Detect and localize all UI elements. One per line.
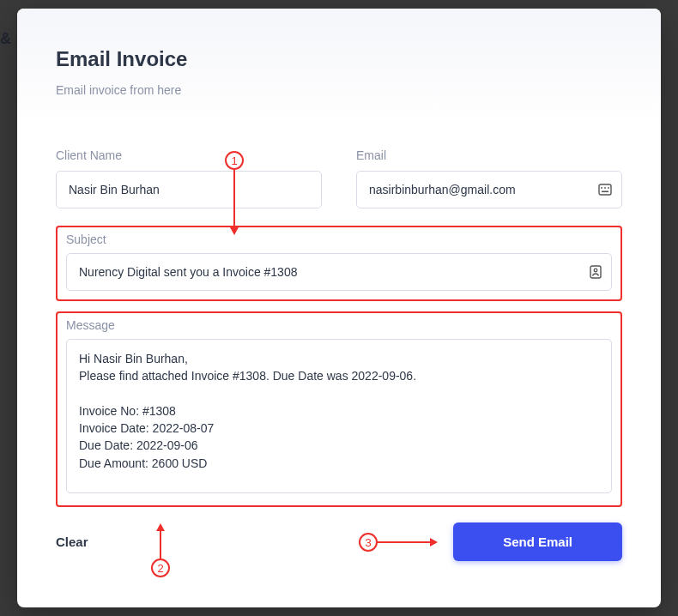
modal-title: Email Invoice [56, 47, 622, 71]
svg-point-3 [608, 187, 609, 189]
annotation-circle-2: 2 [151, 559, 170, 577]
svg-rect-4 [602, 191, 608, 193]
svg-rect-0 [599, 184, 611, 195]
svg-point-6 [594, 269, 597, 272]
email-invoice-modal: Email Invoice Email invoice from here Cl… [17, 9, 661, 607]
email-label: Email [356, 148, 622, 162]
email-field-group: Email [356, 148, 622, 208]
annotation-arrow-3 [430, 538, 438, 547]
annotation-circle-1: 1 [225, 151, 244, 170]
annotation-line-1 [233, 170, 235, 228]
subject-highlight: Subject [56, 226, 622, 301]
annotation-arrow-1 [230, 227, 239, 235]
annotation-line-2 [160, 530, 161, 559]
annotation-line-3 [378, 541, 431, 543]
email-input[interactable] [356, 171, 622, 208]
message-textarea[interactable] [66, 339, 612, 493]
annotation-circle-3: 3 [359, 533, 378, 552]
row-client-email: Client Name Email [56, 148, 622, 208]
client-name-field: Client Name [56, 148, 322, 208]
modal-body: Client Name Email Subject [17, 127, 661, 587]
modal-subtitle: Email invoice from here [56, 83, 622, 97]
send-email-button[interactable]: Send Email [453, 522, 622, 561]
svg-point-2 [604, 187, 606, 189]
clear-button[interactable]: Clear [56, 534, 88, 549]
background-fragment: & [0, 30, 11, 48]
svg-point-1 [601, 187, 602, 189]
message-label: Message [66, 318, 612, 332]
modal-header: Email Invoice Email invoice from here [17, 9, 661, 127]
message-highlight: Message [56, 311, 622, 507]
annotation-arrow-2 [156, 523, 165, 531]
client-name-input[interactable] [56, 171, 322, 208]
client-name-label: Client Name [56, 148, 322, 162]
subject-input[interactable] [66, 253, 612, 291]
modal-actions: Clear Send Email [56, 522, 622, 561]
keyboard-icon [598, 184, 612, 196]
subject-label: Subject [66, 233, 612, 246]
contact-icon [590, 265, 602, 279]
